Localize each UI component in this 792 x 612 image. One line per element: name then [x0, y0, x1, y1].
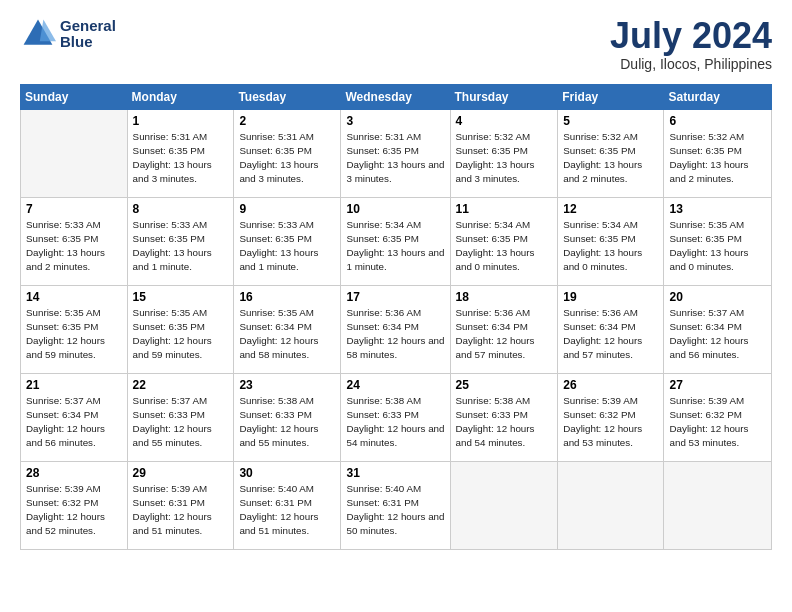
- day-number: 6: [669, 114, 766, 128]
- calendar-cell: 6Sunrise: 5:32 AM Sunset: 6:35 PM Daylig…: [664, 109, 772, 197]
- calendar-cell: 18Sunrise: 5:36 AM Sunset: 6:34 PM Dayli…: [450, 285, 558, 373]
- page: General Blue July 2024 Dulig, Ilocos, Ph…: [0, 0, 792, 612]
- day-info: Sunrise: 5:39 AM Sunset: 6:31 PM Dayligh…: [133, 482, 229, 539]
- day-info: Sunrise: 5:35 AM Sunset: 6:34 PM Dayligh…: [239, 306, 335, 363]
- day-number: 30: [239, 466, 335, 480]
- day-info: Sunrise: 5:32 AM Sunset: 6:35 PM Dayligh…: [563, 130, 658, 187]
- day-number: 31: [346, 466, 444, 480]
- calendar-cell: 16Sunrise: 5:35 AM Sunset: 6:34 PM Dayli…: [234, 285, 341, 373]
- col-header-friday: Friday: [558, 84, 664, 109]
- day-info: Sunrise: 5:33 AM Sunset: 6:35 PM Dayligh…: [26, 218, 122, 275]
- day-number: 13: [669, 202, 766, 216]
- day-number: 9: [239, 202, 335, 216]
- day-info: Sunrise: 5:33 AM Sunset: 6:35 PM Dayligh…: [133, 218, 229, 275]
- calendar-cell: 21Sunrise: 5:37 AM Sunset: 6:34 PM Dayli…: [21, 373, 128, 461]
- logo-text: General Blue: [60, 18, 116, 51]
- calendar-cell: 23Sunrise: 5:38 AM Sunset: 6:33 PM Dayli…: [234, 373, 341, 461]
- logo: General Blue: [20, 16, 116, 52]
- logo-line1: General: [60, 18, 116, 35]
- calendar-cell: 3Sunrise: 5:31 AM Sunset: 6:35 PM Daylig…: [341, 109, 450, 197]
- col-header-sunday: Sunday: [21, 84, 128, 109]
- title-block: July 2024 Dulig, Ilocos, Philippines: [610, 16, 772, 72]
- calendar-cell: 4Sunrise: 5:32 AM Sunset: 6:35 PM Daylig…: [450, 109, 558, 197]
- day-number: 8: [133, 202, 229, 216]
- day-info: Sunrise: 5:40 AM Sunset: 6:31 PM Dayligh…: [346, 482, 444, 539]
- calendar-cell: 8Sunrise: 5:33 AM Sunset: 6:35 PM Daylig…: [127, 197, 234, 285]
- calendar-cell: 14Sunrise: 5:35 AM Sunset: 6:35 PM Dayli…: [21, 285, 128, 373]
- day-number: 14: [26, 290, 122, 304]
- day-info: Sunrise: 5:37 AM Sunset: 6:34 PM Dayligh…: [669, 306, 766, 363]
- day-number: 17: [346, 290, 444, 304]
- day-info: Sunrise: 5:34 AM Sunset: 6:35 PM Dayligh…: [456, 218, 553, 275]
- calendar-cell: 15Sunrise: 5:35 AM Sunset: 6:35 PM Dayli…: [127, 285, 234, 373]
- day-number: 3: [346, 114, 444, 128]
- day-info: Sunrise: 5:31 AM Sunset: 6:35 PM Dayligh…: [346, 130, 444, 187]
- calendar-cell: 2Sunrise: 5:31 AM Sunset: 6:35 PM Daylig…: [234, 109, 341, 197]
- day-info: Sunrise: 5:34 AM Sunset: 6:35 PM Dayligh…: [346, 218, 444, 275]
- day-info: Sunrise: 5:39 AM Sunset: 6:32 PM Dayligh…: [26, 482, 122, 539]
- day-number: 4: [456, 114, 553, 128]
- week-row-1: 1Sunrise: 5:31 AM Sunset: 6:35 PM Daylig…: [21, 109, 772, 197]
- col-header-thursday: Thursday: [450, 84, 558, 109]
- day-number: 11: [456, 202, 553, 216]
- week-row-5: 28Sunrise: 5:39 AM Sunset: 6:32 PM Dayli…: [21, 461, 772, 549]
- calendar-cell: 31Sunrise: 5:40 AM Sunset: 6:31 PM Dayli…: [341, 461, 450, 549]
- calendar-cell: 22Sunrise: 5:37 AM Sunset: 6:33 PM Dayli…: [127, 373, 234, 461]
- day-info: Sunrise: 5:32 AM Sunset: 6:35 PM Dayligh…: [456, 130, 553, 187]
- day-number: 7: [26, 202, 122, 216]
- day-number: 24: [346, 378, 444, 392]
- logo-line2: Blue: [60, 34, 116, 51]
- day-info: Sunrise: 5:31 AM Sunset: 6:35 PM Dayligh…: [239, 130, 335, 187]
- day-info: Sunrise: 5:36 AM Sunset: 6:34 PM Dayligh…: [346, 306, 444, 363]
- calendar-cell: 9Sunrise: 5:33 AM Sunset: 6:35 PM Daylig…: [234, 197, 341, 285]
- calendar-cell: 5Sunrise: 5:32 AM Sunset: 6:35 PM Daylig…: [558, 109, 664, 197]
- calendar-cell: 11Sunrise: 5:34 AM Sunset: 6:35 PM Dayli…: [450, 197, 558, 285]
- day-info: Sunrise: 5:37 AM Sunset: 6:33 PM Dayligh…: [133, 394, 229, 451]
- week-row-4: 21Sunrise: 5:37 AM Sunset: 6:34 PM Dayli…: [21, 373, 772, 461]
- calendar-cell: [21, 109, 128, 197]
- calendar-header-row: SundayMondayTuesdayWednesdayThursdayFrid…: [21, 84, 772, 109]
- calendar-cell: 17Sunrise: 5:36 AM Sunset: 6:34 PM Dayli…: [341, 285, 450, 373]
- calendar-cell: [450, 461, 558, 549]
- calendar-cell: 27Sunrise: 5:39 AM Sunset: 6:32 PM Dayli…: [664, 373, 772, 461]
- month-title: July 2024: [610, 16, 772, 56]
- day-info: Sunrise: 5:34 AM Sunset: 6:35 PM Dayligh…: [563, 218, 658, 275]
- calendar-cell: 12Sunrise: 5:34 AM Sunset: 6:35 PM Dayli…: [558, 197, 664, 285]
- day-info: Sunrise: 5:35 AM Sunset: 6:35 PM Dayligh…: [669, 218, 766, 275]
- col-header-monday: Monday: [127, 84, 234, 109]
- day-number: 22: [133, 378, 229, 392]
- calendar-cell: 19Sunrise: 5:36 AM Sunset: 6:34 PM Dayli…: [558, 285, 664, 373]
- day-number: 20: [669, 290, 766, 304]
- day-info: Sunrise: 5:39 AM Sunset: 6:32 PM Dayligh…: [669, 394, 766, 451]
- day-info: Sunrise: 5:37 AM Sunset: 6:34 PM Dayligh…: [26, 394, 122, 451]
- calendar-cell: 24Sunrise: 5:38 AM Sunset: 6:33 PM Dayli…: [341, 373, 450, 461]
- svg-marker-1: [40, 20, 56, 42]
- calendar-cell: 25Sunrise: 5:38 AM Sunset: 6:33 PM Dayli…: [450, 373, 558, 461]
- calendar-table: SundayMondayTuesdayWednesdayThursdayFrid…: [20, 84, 772, 550]
- calendar-cell: 20Sunrise: 5:37 AM Sunset: 6:34 PM Dayli…: [664, 285, 772, 373]
- location: Dulig, Ilocos, Philippines: [610, 56, 772, 72]
- calendar-cell: 7Sunrise: 5:33 AM Sunset: 6:35 PM Daylig…: [21, 197, 128, 285]
- calendar-cell: 13Sunrise: 5:35 AM Sunset: 6:35 PM Dayli…: [664, 197, 772, 285]
- day-number: 28: [26, 466, 122, 480]
- week-row-2: 7Sunrise: 5:33 AM Sunset: 6:35 PM Daylig…: [21, 197, 772, 285]
- calendar-cell: 29Sunrise: 5:39 AM Sunset: 6:31 PM Dayli…: [127, 461, 234, 549]
- day-number: 26: [563, 378, 658, 392]
- day-info: Sunrise: 5:35 AM Sunset: 6:35 PM Dayligh…: [133, 306, 229, 363]
- day-number: 23: [239, 378, 335, 392]
- day-number: 1: [133, 114, 229, 128]
- day-info: Sunrise: 5:35 AM Sunset: 6:35 PM Dayligh…: [26, 306, 122, 363]
- calendar-cell: 28Sunrise: 5:39 AM Sunset: 6:32 PM Dayli…: [21, 461, 128, 549]
- day-info: Sunrise: 5:38 AM Sunset: 6:33 PM Dayligh…: [239, 394, 335, 451]
- week-row-3: 14Sunrise: 5:35 AM Sunset: 6:35 PM Dayli…: [21, 285, 772, 373]
- calendar-cell: 10Sunrise: 5:34 AM Sunset: 6:35 PM Dayli…: [341, 197, 450, 285]
- day-info: Sunrise: 5:33 AM Sunset: 6:35 PM Dayligh…: [239, 218, 335, 275]
- day-info: Sunrise: 5:32 AM Sunset: 6:35 PM Dayligh…: [669, 130, 766, 187]
- day-number: 16: [239, 290, 335, 304]
- day-info: Sunrise: 5:36 AM Sunset: 6:34 PM Dayligh…: [456, 306, 553, 363]
- day-info: Sunrise: 5:40 AM Sunset: 6:31 PM Dayligh…: [239, 482, 335, 539]
- calendar-cell: 26Sunrise: 5:39 AM Sunset: 6:32 PM Dayli…: [558, 373, 664, 461]
- day-number: 10: [346, 202, 444, 216]
- col-header-wednesday: Wednesday: [341, 84, 450, 109]
- logo-icon: [20, 16, 56, 52]
